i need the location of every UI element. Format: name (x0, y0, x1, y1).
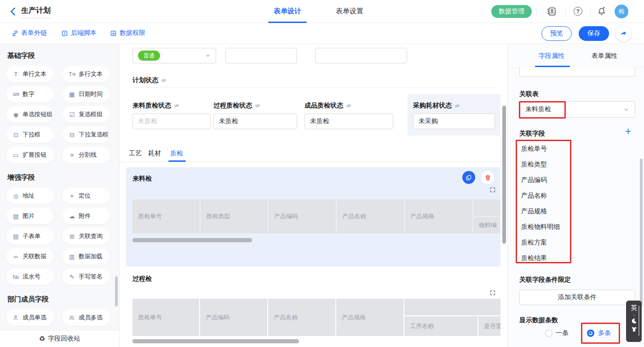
delete-button[interactable] (481, 171, 494, 184)
column-sub-header[interactable]: 是否需 (478, 316, 500, 336)
column-group-header[interactable] (404, 299, 500, 315)
field-pill-subform[interactable]: ▤子表单 (6, 228, 53, 245)
field-pill-radio-group[interactable]: ◉单选按钮组 (6, 106, 53, 123)
field-pill-member-single[interactable]: 成员单选 (6, 309, 53, 326)
share-button[interactable] (615, 26, 631, 41)
expand-icon[interactable] (489, 187, 496, 193)
field-pill-linked-query[interactable]: ⊞关联查询 (63, 228, 109, 245)
save-button[interactable]: 保存 (579, 26, 609, 41)
tab-form-settings[interactable]: 表单设置 (336, 7, 363, 16)
column-sub-header[interactable]: 工序名称 (404, 316, 477, 336)
canvas-tab-quality[interactable]: 质检 (170, 149, 183, 158)
copy-button[interactable] (462, 171, 475, 184)
related-table-select[interactable]: 来料质检 (519, 101, 635, 118)
sidebar-scrollbar[interactable] (115, 276, 118, 307)
field-recycle-bin[interactable]: ♻ 字段回收站 (0, 330, 119, 347)
type-select[interactable]: 普通 (132, 48, 216, 63)
radio-multiple-label[interactable]: 多条 (598, 329, 611, 337)
tab-form-properties[interactable]: 表单属性 (592, 52, 617, 60)
data-permission-link[interactable]: 数据权限 (110, 29, 145, 37)
purchase-status-field[interactable]: 采购耗材状态 (413, 102, 460, 110)
field-pill-serial-number[interactable]: №流水号 (6, 268, 53, 285)
empty-input-1[interactable] (225, 48, 297, 63)
radio-single[interactable] (545, 330, 552, 337)
related-field-item[interactable]: 产品编码 (521, 176, 547, 184)
purchase-status-input[interactable]: 未采购 (413, 114, 495, 129)
column-header[interactable]: 质检单号 (132, 199, 200, 233)
column-header[interactable]: 质检单号 (132, 299, 199, 336)
related-field-item[interactable]: 质检物料明细 (521, 223, 560, 231)
column-group-header[interactable] (473, 199, 500, 216)
notification-bell-icon[interactable] (597, 6, 607, 17)
column-header[interactable]: 质检类型 (201, 199, 268, 233)
field-pill-address[interactable]: ◎地址 (6, 188, 53, 204)
add-field-icon[interactable]: + (625, 125, 631, 137)
radio-single-label[interactable]: 一条 (556, 329, 569, 337)
field-pill-image[interactable]: ▧图片 (6, 208, 53, 224)
field-pill-extend-button[interactable]: ▭扩展按钮 (6, 147, 53, 163)
column-header[interactable]: 产品规格 (405, 199, 472, 233)
add-condition-button[interactable]: 添加关联条件 (519, 290, 635, 305)
related-field-item[interactable]: 产品规格 (521, 207, 547, 216)
incoming-qc-status-input[interactable]: 未质检 (132, 114, 211, 129)
incoming-qc-status-field[interactable]: 来料质检状态 (132, 102, 180, 110)
panel-scrollbar[interactable] (640, 159, 643, 306)
contact-book-icon[interactable] (546, 6, 557, 17)
field-pill-location[interactable]: ⌖定位 (63, 188, 109, 204)
field-pill-signature[interactable]: ✎手写签名 (63, 268, 109, 285)
field-pill-checkbox-group[interactable]: ☑复选框组 (63, 106, 109, 123)
field-pill-multi-select[interactable]: ⊟下拉复选框 (63, 126, 109, 143)
ime-punctuation-indicator[interactable]: ·, (632, 312, 635, 317)
data-manage-button[interactable]: 数据管理 (491, 5, 532, 18)
preview-button[interactable]: 预览 (541, 26, 572, 41)
process-qc-status-field[interactable]: 过程质检状态 (213, 102, 261, 110)
field-pill-multi-line-text[interactable]: T≡多行文本 (63, 66, 109, 82)
ime-toolbar[interactable]: 英 ·, (626, 301, 642, 342)
plan-status-field[interactable]: 计划状态 (132, 76, 167, 85)
column-header[interactable]: 产品名称 (337, 199, 404, 233)
moon-icon[interactable] (631, 318, 638, 324)
field-pill-linked-data[interactable]: ∞关联数据 (6, 248, 53, 265)
incoming-table-hscrollbar[interactable] (132, 238, 252, 242)
related-field-item[interactable]: 产品名称 (521, 192, 547, 200)
field-pill-divider[interactable]: ≡分割线 (63, 147, 109, 163)
related-field-item[interactable]: 质检结果 (521, 254, 547, 262)
column-header[interactable]: 产品规格 (336, 299, 403, 336)
process-table-hscrollbar[interactable] (132, 339, 299, 343)
finished-qc-status-input[interactable]: 未质检 (305, 114, 393, 129)
process-qc-status-input[interactable]: 未质检 (213, 114, 297, 129)
canvas-tab-process[interactable]: 工艺 (129, 149, 142, 158)
radio-multiple[interactable] (587, 330, 594, 337)
page-title[interactable]: 生产计划 (21, 6, 51, 18)
related-field-item[interactable]: 质检单号 (521, 145, 547, 153)
empty-input-2[interactable] (315, 48, 407, 63)
column-header[interactable]: 产品编码 (269, 199, 336, 233)
expand-icon[interactable] (489, 290, 496, 296)
tab-form-design[interactable]: 表单设计 (274, 7, 301, 16)
skin-shirt-icon[interactable] (631, 326, 638, 333)
back-icon[interactable] (8, 6, 18, 17)
field-pill-attachment[interactable]: ☁附件 (63, 208, 109, 224)
related-field-item[interactable]: 质检类型 (521, 160, 547, 169)
form-external-link[interactable]: 表单外链 (12, 29, 47, 37)
ime-handle[interactable] (638, 306, 639, 336)
partial-input[interactable] (519, 67, 635, 77)
related-field-item[interactable]: 质检方案 (521, 239, 547, 247)
canvas-vscrollbar[interactable] (502, 106, 506, 244)
field-pill-data-load[interactable]: ▥数据加载 (63, 248, 109, 265)
field-pill-single-line-text[interactable]: T单行文本 (6, 66, 53, 82)
field-pill-member-multi[interactable]: 成员多选 (63, 309, 109, 326)
tab-field-properties[interactable]: 字段属性 (539, 52, 564, 60)
field-pill-select[interactable]: ⊡下拉框 (6, 126, 53, 143)
backend-script-link[interactable]: 后端脚本 (61, 29, 97, 37)
help-icon[interactable]: ? (574, 7, 582, 16)
column-sub-header[interactable]: 物料编 (473, 217, 500, 233)
canvas-tab-material[interactable]: 耗材 (148, 149, 161, 158)
field-pill-datetime[interactable]: ▦日期时间 (63, 86, 109, 102)
field-pill-number[interactable]: 123数字 (6, 86, 53, 102)
avatar[interactable]: 检 (615, 5, 628, 18)
incoming-inspection-panel[interactable]: 来料检 质检单号 质检类型 产品编码 产品名称 产品规格 物料编 (126, 167, 500, 267)
ime-language-indicator[interactable]: 英 (631, 304, 637, 311)
column-header[interactable]: 产品名称 (268, 299, 335, 336)
column-header[interactable]: 产品编码 (200, 299, 267, 336)
